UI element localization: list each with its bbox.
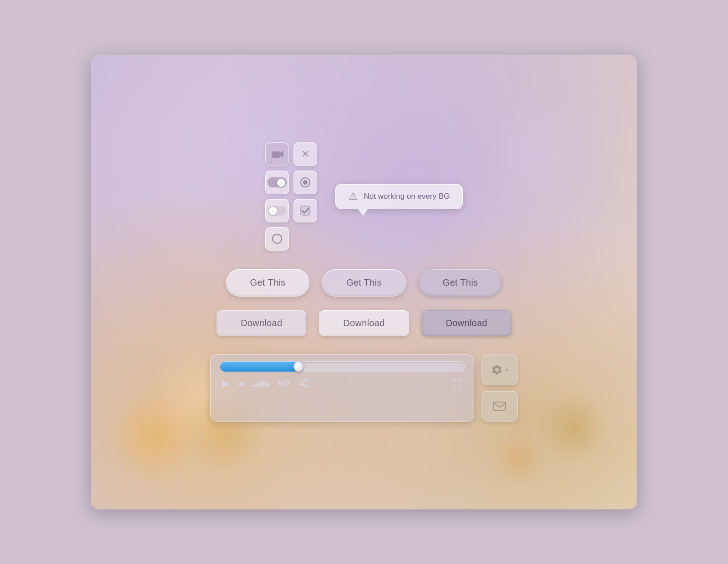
hd-label: HD — [278, 379, 290, 388]
vol-bar-2 — [254, 383, 256, 387]
vol-bar-1 — [251, 385, 253, 387]
top-controls-row: ✕ — [265, 142, 463, 251]
record-icon — [300, 177, 311, 188]
get-this-button-3[interactable]: Get This — [419, 269, 502, 297]
vol-bar-4 — [259, 381, 261, 387]
radio-button-2[interactable] — [265, 227, 289, 251]
icon-buttons-grid: ✕ — [265, 142, 317, 251]
player-side-buttons: ▾ — [481, 354, 518, 422]
svg-rect-11 — [494, 402, 506, 410]
player-controls: ▶ ◀ HD — [220, 378, 465, 389]
svg-point-8 — [305, 385, 308, 388]
get-this-button-1[interactable]: Get This — [226, 269, 310, 297]
tooltip-bubble: ⚠ Not working on every BG — [335, 184, 463, 209]
radio-icon — [272, 233, 283, 244]
tooltip-text: Not working on every BG — [364, 192, 450, 201]
download-button-2[interactable]: Download — [319, 310, 409, 336]
radio-button-1[interactable] — [265, 171, 289, 194]
volume-bars — [251, 380, 269, 387]
get-this-buttons-row: Get This Get This Get This — [226, 269, 502, 297]
vol-bar-7 — [268, 383, 269, 387]
get-this-button-2[interactable]: Get This — [322, 269, 406, 297]
checkbox-button[interactable] — [293, 199, 317, 222]
camera-toggle-button[interactable] — [265, 142, 289, 166]
play-button[interactable]: ▶ — [222, 378, 229, 389]
progress-thumb[interactable] — [293, 362, 303, 372]
settings-button[interactable]: ▾ — [481, 354, 518, 385]
volume-button[interactable]: ◀ — [238, 379, 243, 388]
progress-fill — [220, 362, 298, 372]
svg-point-5 — [273, 234, 282, 243]
content-area: ✕ — [91, 55, 637, 509]
vol-bar-5 — [262, 380, 264, 387]
svg-point-3 — [303, 180, 308, 185]
camera-icon — [271, 150, 283, 159]
player-row: ▶ ◀ HD — [210, 354, 518, 422]
svg-point-6 — [305, 379, 308, 382]
media-player: ▶ ◀ HD — [210, 354, 474, 422]
chevron-down-icon: ▾ — [506, 367, 508, 373]
download-button-3[interactable]: Download — [422, 310, 511, 336]
fullscreen-icon — [453, 378, 463, 388]
svg-line-9 — [302, 384, 305, 386]
vol-bar-3 — [257, 382, 258, 387]
toggle-switch-button[interactable] — [265, 199, 289, 222]
share-button[interactable] — [298, 378, 308, 388]
svg-line-10 — [302, 381, 305, 383]
svg-rect-0 — [272, 151, 280, 158]
share-icon — [298, 378, 308, 388]
fullscreen-button[interactable] — [453, 378, 463, 388]
download-buttons-row: Download Download Download — [217, 310, 511, 336]
download-button-1[interactable]: Download — [217, 310, 306, 336]
main-frame: ✕ — [91, 55, 637, 509]
progress-bar-container[interactable] — [220, 361, 465, 372]
vol-bar-6 — [265, 382, 267, 387]
record-button[interactable] — [293, 171, 317, 194]
checkbox-icon — [300, 205, 311, 216]
close-button[interactable]: ✕ — [293, 142, 317, 166]
mail-icon — [493, 401, 506, 411]
mail-button[interactable] — [481, 391, 518, 422]
gear-icon — [491, 364, 503, 376]
svg-marker-1 — [280, 151, 283, 157]
svg-point-7 — [300, 382, 303, 385]
alert-icon: ⚠ — [349, 191, 358, 202]
